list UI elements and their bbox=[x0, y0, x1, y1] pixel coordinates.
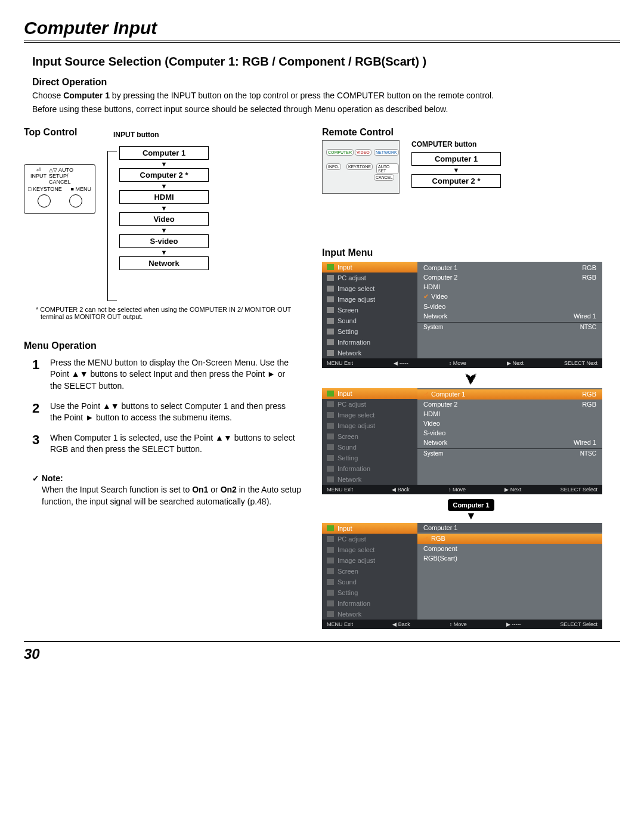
step-1: 1 Press the MENU button to display the O… bbox=[32, 357, 296, 392]
remote-key: COMPUTER bbox=[326, 149, 354, 156]
text: by pressing the INPUT button on the top … bbox=[110, 91, 494, 100]
osd-bar-item: ↕ Move bbox=[450, 621, 467, 627]
osd-left-item: Image select bbox=[322, 283, 417, 294]
remote-key: INFO. bbox=[326, 163, 341, 170]
menu-operation-heading: Menu Operation bbox=[24, 340, 304, 351]
menu-item-icon bbox=[327, 318, 334, 324]
direct-operation-heading: Direct Operation bbox=[32, 77, 620, 88]
osd-left-item: PC adjust bbox=[322, 272, 417, 283]
arrow-down-icon: ▼ bbox=[119, 161, 209, 167]
input-flow-list: Computer 1 ▼ Computer 2 * ▼ HDMI ▼ Video… bbox=[119, 146, 209, 271]
text-bold: Computer 1 bbox=[63, 91, 110, 100]
menu-item-icon bbox=[327, 547, 334, 553]
text: Choose bbox=[32, 91, 63, 100]
osd-left-item: Setting bbox=[322, 453, 417, 463]
osd-bar-item: ◀ ----- bbox=[394, 360, 408, 366]
text: or bbox=[208, 485, 220, 494]
osd-bar-item: ▶ Next bbox=[504, 487, 521, 493]
osd-left-item: Setting bbox=[322, 326, 417, 337]
top-control-diagram: INPUT button ⏎ INPUT△▽ AUTO SETUP/ CANCE… bbox=[24, 140, 304, 301]
pad-label: ⏎ INPUT bbox=[28, 167, 49, 185]
osd-bottom-bar: MENU Exit◀ Back↕ Move▶ NextSELECT Select bbox=[322, 485, 602, 494]
menu-item-icon bbox=[327, 444, 334, 450]
osd-right-item: S-video bbox=[417, 302, 602, 311]
computer-button-label: COMPUTER button bbox=[411, 140, 501, 148]
pad-label: ■ MENU bbox=[71, 186, 91, 192]
osd-right-item: Computer 2RGB bbox=[417, 400, 602, 409]
menu-item-icon bbox=[327, 525, 334, 531]
menu-item-icon bbox=[327, 536, 334, 542]
osd-left-item: Input bbox=[322, 262, 417, 272]
osd-bar-item: ↕ Move bbox=[448, 487, 466, 493]
pad-button-icon bbox=[38, 194, 51, 208]
text-bold: On2 bbox=[221, 485, 237, 494]
flow-loop-line bbox=[107, 151, 117, 301]
osd-bottom-bar: MENU Exit◀ Back↕ Move▶ -----SELECT Selec… bbox=[322, 620, 602, 629]
osd-left-item: Image adjust bbox=[322, 294, 417, 305]
system-value: NTSC bbox=[580, 450, 596, 457]
menu-item-icon bbox=[327, 476, 334, 482]
flow-item: Computer 1 bbox=[119, 146, 209, 160]
osd-right-item: ✔Computer 1RGB bbox=[417, 389, 602, 400]
osd-left-item: Screen bbox=[322, 305, 417, 315]
footnote: * COMPUTER 2 can not be selected when us… bbox=[41, 306, 304, 320]
osd-right-item: HDMI bbox=[417, 409, 602, 419]
osd-left-item: Information bbox=[322, 337, 417, 348]
step-text: Press the MENU button to display the On-… bbox=[50, 357, 296, 392]
menu-item-icon bbox=[327, 264, 334, 270]
step-text: Use the Point ▲▼ buttons to select Compu… bbox=[50, 401, 296, 424]
osd-left-item: Network bbox=[322, 609, 417, 620]
step-text: When Computer 1 is selected, use the Poi… bbox=[50, 432, 296, 456]
osd-left-item: Image select bbox=[322, 544, 417, 555]
osd-bar-item: ↕ Move bbox=[449, 360, 466, 366]
osd-left-item: Setting bbox=[322, 587, 417, 598]
flow-item: Computer 2 * bbox=[411, 174, 501, 188]
system-label: System bbox=[423, 324, 443, 330]
pad-label: △▽ AUTO SETUP/ CANCEL bbox=[49, 167, 91, 185]
arrow-label: Computer 1 bbox=[448, 499, 494, 511]
osd-bar-item: SELECT Select bbox=[561, 487, 597, 493]
arrow-down-icon: ▼ bbox=[411, 167, 501, 173]
osd-left-item: Input bbox=[322, 523, 417, 534]
menu-item-icon bbox=[327, 423, 334, 429]
remote-control-heading: Remote Control bbox=[322, 127, 620, 138]
section-title: Input Source Selection (Computer 1: RGB … bbox=[32, 55, 620, 69]
menu-item-icon bbox=[327, 568, 334, 574]
menu-item-icon bbox=[327, 466, 334, 472]
osd-bar-item: SELECT Next bbox=[564, 360, 597, 366]
osd-left-item: Screen bbox=[322, 431, 417, 442]
osd-left-item: Image adjust bbox=[322, 420, 417, 431]
remote-key: CANCEL bbox=[374, 174, 394, 181]
flow-item: HDMI bbox=[119, 190, 209, 204]
osd-bar-item: MENU Exit bbox=[327, 487, 353, 493]
osd-right-item: S-video bbox=[417, 428, 602, 438]
remote-control-image: COMPUTER VIDEO NETWORK INFO. KEYSTONE AU… bbox=[322, 140, 400, 194]
remote-key: NETWORK bbox=[374, 149, 399, 156]
osd-menu-3: InputPC adjustImage selectImage adjustSc… bbox=[322, 523, 602, 629]
top-control-pad: ⏎ INPUT△▽ AUTO SETUP/ CANCEL □ KEYSTONE■… bbox=[24, 164, 95, 214]
pad-button-icon bbox=[69, 194, 82, 208]
osd-right-item: Computer 2RGB bbox=[417, 272, 602, 282]
osd-right-item: RGB(Scart) bbox=[417, 553, 602, 563]
menu-item-icon bbox=[327, 296, 334, 302]
arrow-down-icon: ▼ bbox=[119, 183, 209, 189]
osd-right-item: NetworkWired 1 bbox=[417, 438, 602, 447]
osd-right-item: ✔RGB bbox=[417, 534, 602, 544]
system-label: System bbox=[423, 450, 443, 457]
osd-bar-item: ◀ Back bbox=[392, 487, 410, 493]
flow-item: Computer 1 bbox=[411, 152, 501, 166]
osd-bar-item: SELECT Select bbox=[561, 621, 597, 627]
step-number: 3 bbox=[32, 432, 44, 456]
osd-bar-item: ▶ Next bbox=[507, 360, 524, 366]
system-value: NTSC bbox=[580, 324, 596, 330]
flow-item: S-video bbox=[119, 234, 209, 248]
osd-left-item: Sound bbox=[322, 315, 417, 326]
menu-item-icon bbox=[327, 590, 334, 596]
menu-item-icon bbox=[327, 286, 334, 292]
flow-item: Video bbox=[119, 212, 209, 226]
step-number: 1 bbox=[32, 357, 44, 392]
menu-item-icon bbox=[327, 433, 334, 439]
note-body: When the Input Search function is set to… bbox=[42, 484, 304, 507]
osd-left-item: Image select bbox=[322, 410, 417, 420]
step-number: 2 bbox=[32, 401, 44, 424]
